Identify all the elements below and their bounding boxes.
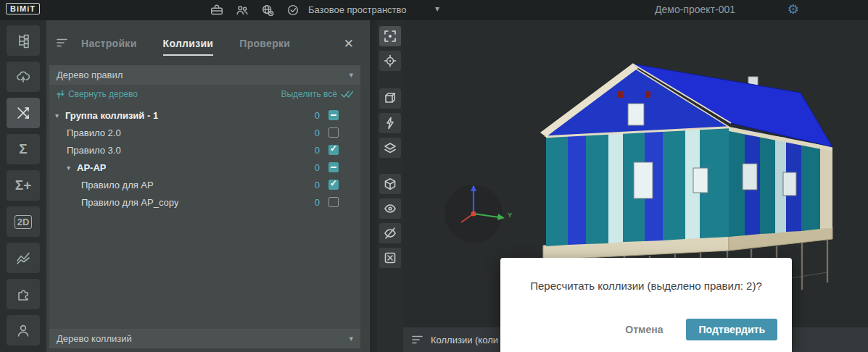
chevron-down-icon: ▾: [349, 334, 353, 343]
panel-tabs: Настройки Коллизии Проверки: [81, 38, 290, 56]
panel-menu-icon: [412, 335, 423, 345]
show-icon[interactable]: [379, 198, 401, 219]
profile-icon[interactable]: [7, 315, 40, 345]
plugins-icon[interactable]: [7, 279, 40, 309]
gear-icon[interactable]: ⚙: [788, 1, 799, 17]
hide-icon[interactable]: [379, 223, 401, 243]
collision-count: 0: [315, 162, 328, 173]
team-icon[interactable]: [234, 2, 250, 18]
rules-tree: ▾ Группа коллизий - 1 0 Правило 2.0 0 Пр…: [49, 104, 360, 329]
checkbox[interactable]: [328, 110, 339, 120]
expand-chevron-icon[interactable]: ▾: [67, 164, 77, 172]
dialog-buttons: Отмена Подтвердить: [621, 319, 777, 340]
collisions-tree-title: Дерево коллизий: [57, 333, 349, 344]
viewport-panel-title: Коллизии (коли: [431, 335, 498, 345]
locate-icon[interactable]: [379, 51, 401, 71]
collisions-icon[interactable]: [7, 98, 40, 128]
checklist-icon[interactable]: [285, 2, 301, 18]
sigma-plus-icon[interactable]: Σ+: [7, 170, 40, 201]
house-wall-left: [546, 127, 729, 246]
collision-count: 0: [315, 180, 328, 190]
tab-checks[interactable]: Проверки: [239, 38, 290, 56]
panel-menu-icon[interactable]: [57, 38, 68, 48]
web-icon[interactable]: [260, 2, 276, 18]
axis-y-label: Y: [508, 211, 512, 219]
focus-model-icon[interactable]: [379, 26, 401, 46]
checkbox[interactable]: [328, 180, 339, 190]
section-box-icon[interactable]: [379, 88, 401, 109]
checkbox[interactable]: [328, 197, 339, 207]
rules-tree-title: Дерево правил: [57, 70, 349, 80]
tree-row[interactable]: Правило для АР_copy 0: [49, 193, 360, 211]
sigma-icon[interactable]: Σ: [7, 134, 40, 164]
model-tree-icon[interactable]: [7, 25, 40, 56]
tree-row[interactable]: ▾ АР-АР 0: [49, 159, 360, 176]
topbar-icon-group: [209, 2, 301, 18]
chevron-down-icon: ▾: [349, 70, 353, 80]
chevron-down-icon[interactable]: ▾: [435, 4, 439, 14]
tree-row[interactable]: ▾ Группа коллизий - 1 0: [49, 106, 360, 124]
expand-chevron-icon[interactable]: ▾: [55, 112, 65, 120]
isolate-icon[interactable]: [379, 174, 401, 194]
rules-card: Дерево правил ▾ Свернуть дерево Выделить…: [49, 65, 360, 348]
bimit-logo: BiMiT: [6, 3, 40, 14]
clear-selection-icon[interactable]: [379, 248, 401, 268]
confirm-button[interactable]: Подтвердить: [686, 319, 777, 340]
tree-row[interactable]: Правило для АР 0: [49, 176, 360, 193]
project-name: Демо-проект-001: [655, 4, 735, 15]
dialog-message: Пересчитать коллизии (выделено правил: 2…: [500, 258, 792, 292]
tree-row[interactable]: Правило 3.0 0: [49, 141, 360, 159]
tree-controls: Свернуть дерево Выделить всё: [49, 85, 360, 104]
axis-gizmo[interactable]: Y: [445, 185, 512, 243]
toolbox-icon[interactable]: [209, 2, 225, 18]
collisions-panel: Настройки Коллизии Проверки ✕ Дерево пра…: [46, 20, 370, 352]
rules-tree-header[interactable]: Дерево правил ▾: [49, 65, 360, 85]
tree-row[interactable]: Правило 2.0 0: [49, 124, 360, 141]
collision-count: 0: [315, 110, 328, 121]
collision-count: 0: [315, 145, 328, 156]
collapse-tree-label: Свернуть дерево: [68, 89, 138, 99]
close-icon[interactable]: ✕: [344, 38, 354, 50]
tab-collisions[interactable]: Коллизии: [163, 38, 214, 56]
recalculate-dialog: Пересчитать коллизии (выделено правил: 2…: [500, 258, 792, 352]
collapse-tree-button[interactable]: Свернуть дерево: [57, 89, 138, 99]
tab-settings[interactable]: Настройки: [81, 38, 137, 56]
select-all-button[interactable]: Выделить всё: [281, 89, 353, 99]
environment-icon[interactable]: [7, 62, 40, 92]
analytics-icon[interactable]: [7, 243, 40, 273]
select-all-label: Выделить всё: [281, 89, 337, 99]
checkbox[interactable]: [328, 162, 339, 172]
panel-divider[interactable]: [370, 20, 377, 352]
collisions-tree-header[interactable]: Дерево коллизий ▾: [49, 329, 360, 348]
cancel-button[interactable]: Отмена: [621, 323, 667, 336]
view-toolbar: [377, 20, 403, 352]
top-bar: BiMiT Базовое пространство ▾ Демо-проект…: [0, 0, 868, 20]
drawings-2d-icon[interactable]: 2D: [7, 206, 40, 237]
section-cut-icon[interactable]: [379, 113, 401, 133]
collision-count: 0: [315, 127, 328, 138]
checkbox[interactable]: [328, 145, 339, 155]
bimit-app: BiMiT Базовое пространство ▾ Демо-проект…: [0, 0, 868, 352]
checkbox[interactable]: [328, 127, 339, 138]
clip-planes-icon[interactable]: [379, 138, 401, 158]
main-sidebar: Σ Σ+ 2D: [0, 20, 46, 352]
workspace-selector[interactable]: Базовое пространство: [308, 4, 407, 15]
collision-count: 0: [315, 197, 328, 208]
